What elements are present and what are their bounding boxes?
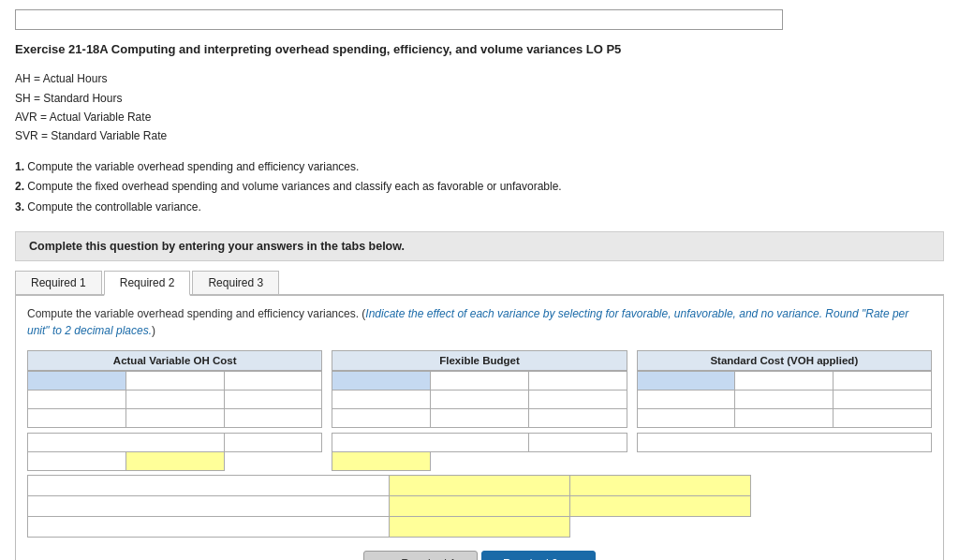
- table-row: [28, 408, 322, 427]
- cell[interactable]: [834, 408, 932, 427]
- variance-dropdown-cell[interactable]: [570, 475, 751, 495]
- cell[interactable]: [528, 433, 627, 451]
- table-row: [637, 433, 931, 451]
- task-3: 3. Compute the controllable variance.: [15, 198, 944, 218]
- tab-required-2[interactable]: Required 2: [104, 271, 191, 296]
- cell[interactable]: [834, 390, 932, 408]
- variance-value-cell-3[interactable]: [390, 516, 570, 537]
- cell[interactable]: [431, 408, 529, 427]
- cell[interactable]: [332, 433, 529, 451]
- cell: [528, 451, 627, 470]
- cell[interactable]: [637, 390, 735, 408]
- table-row: [28, 433, 322, 451]
- cell[interactable]: [224, 371, 322, 390]
- prev-arrow-icon: ‹: [385, 557, 389, 560]
- table-row: [332, 371, 627, 390]
- cell[interactable]: [431, 390, 529, 408]
- table-row: [332, 408, 627, 427]
- cell[interactable]: [735, 371, 834, 390]
- cell[interactable]: [528, 408, 627, 427]
- cell: [431, 451, 529, 470]
- flexible-table: [332, 371, 627, 471]
- prev-label: < Required 1: [391, 557, 456, 560]
- standard-table: [637, 371, 932, 471]
- variance-value-cell[interactable]: [390, 475, 570, 495]
- variance-row-3: [28, 516, 932, 537]
- variance-dropdown-cell-2[interactable]: [570, 495, 751, 516]
- cell-yellow[interactable]: [125, 451, 224, 470]
- variance-label-cell[interactable]: [28, 475, 390, 495]
- variance-empty-cell: [570, 516, 751, 537]
- standard-section: Standard Cost (VOH applied): [637, 350, 932, 471]
- cell[interactable]: [332, 390, 431, 408]
- cell[interactable]: [528, 371, 627, 390]
- tab-required-1[interactable]: Required 1: [15, 271, 102, 294]
- bottom-table: [27, 475, 932, 538]
- next-label: Required 2 >: [503, 557, 568, 560]
- cell[interactable]: [28, 433, 225, 451]
- cell[interactable]: [28, 451, 126, 470]
- variance-label-cell-2[interactable]: [28, 495, 390, 516]
- tasks: 1. Compute the variable overhead spendin…: [15, 157, 944, 218]
- cell: [224, 451, 322, 470]
- legend-item-1: AH = Actual Hours: [15, 69, 944, 88]
- actual-header: Actual Variable OH Cost: [27, 350, 322, 371]
- flexible-header: Flexible Budget: [332, 350, 627, 371]
- cell[interactable]: [637, 371, 735, 390]
- nav-buttons: ‹ < Required 1 Required 2 > ›: [27, 551, 932, 560]
- table-row: [637, 408, 931, 427]
- cell[interactable]: [834, 371, 932, 390]
- actual-section: Actual Variable OH Cost: [27, 350, 322, 471]
- tab-description-italic: Indicate the effect of each variance by …: [27, 307, 908, 337]
- cell[interactable]: [28, 408, 126, 427]
- exercise-title: Exercise 21-18A Computing and interpreti…: [15, 41, 944, 58]
- cell[interactable]: [431, 371, 529, 390]
- cell: [735, 451, 834, 470]
- cell[interactable]: [735, 390, 834, 408]
- cell[interactable]: [224, 433, 322, 451]
- cell: [637, 451, 735, 470]
- table-row: [637, 390, 931, 408]
- prev-button[interactable]: ‹ < Required 1: [363, 551, 478, 560]
- cell[interactable]: [528, 390, 627, 408]
- table-row: [332, 390, 627, 408]
- table-row: [28, 371, 322, 390]
- cell[interactable]: [125, 371, 224, 390]
- table-row: [637, 451, 931, 470]
- actual-table: [27, 371, 322, 471]
- cell[interactable]: [125, 390, 224, 408]
- cell[interactable]: [637, 433, 931, 451]
- cell[interactable]: [637, 408, 735, 427]
- tab-description: Compute the variable overhead spending a…: [27, 305, 932, 339]
- variance-label-cell-3[interactable]: [28, 516, 390, 537]
- cell-yellow[interactable]: [332, 451, 431, 470]
- variance-value-cell-2[interactable]: [390, 495, 570, 516]
- cell[interactable]: [28, 371, 126, 390]
- task-1: 1. Compute the variable overhead spendin…: [15, 157, 944, 178]
- task-2: 2. Compute the fixed overhead spending a…: [15, 177, 944, 198]
- tab-required-3[interactable]: Required 3: [192, 271, 279, 294]
- variance-row-1: [28, 475, 932, 495]
- top-input[interactable]: [15, 9, 783, 30]
- next-button[interactable]: Required 2 > ›: [481, 551, 596, 560]
- table-row: [332, 451, 627, 470]
- cell[interactable]: [28, 390, 126, 408]
- legend-item-2: SH = Standard Hours: [15, 89, 944, 108]
- table-row: [28, 390, 322, 408]
- cell[interactable]: [735, 408, 834, 427]
- flexible-section: Flexible Budget: [332, 350, 627, 471]
- legend-item-3: AVR = Actual Variable Rate: [15, 108, 944, 126]
- cell[interactable]: [332, 408, 431, 427]
- legend: AH = Actual Hours SH = Standard Hours AV…: [15, 69, 944, 146]
- cell[interactable]: [224, 390, 322, 408]
- tab-content: Compute the variable overhead spending a…: [15, 296, 944, 560]
- cell: [834, 451, 932, 470]
- table-row: [637, 371, 931, 390]
- cell[interactable]: [224, 408, 322, 427]
- bottom-section: [27, 475, 932, 538]
- cell[interactable]: [125, 408, 224, 427]
- legend-item-4: SVR = Standard Variable Rate: [15, 126, 944, 145]
- table-row: [332, 433, 627, 451]
- tabs-container: Required 1 Required 2 Required 3: [15, 271, 944, 296]
- cell[interactable]: [332, 371, 431, 390]
